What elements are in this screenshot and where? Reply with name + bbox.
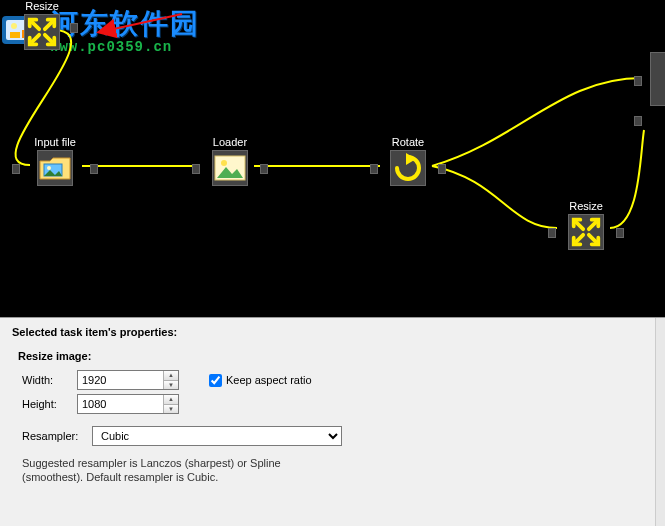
node-port[interactable] (616, 228, 624, 238)
node-rotate[interactable]: Rotate (378, 134, 438, 186)
height-down-icon[interactable]: ▼ (164, 405, 178, 414)
width-input[interactable] (78, 371, 163, 389)
svg-line-6 (33, 23, 40, 30)
node-label: Resize (14, 0, 70, 14)
node-input-file[interactable]: Input file (20, 134, 90, 186)
height-up-icon[interactable]: ▲ (164, 395, 178, 405)
width-label: Width: (22, 374, 77, 386)
rotate-icon (390, 150, 426, 186)
node-cropped[interactable] (642, 52, 665, 106)
scrollbar[interactable] (655, 318, 665, 526)
node-icon (650, 52, 665, 106)
node-port[interactable] (370, 164, 378, 174)
node-canvas[interactable]: 河东软件园 www.pc0359.cn Resize Input file (0, 0, 665, 318)
width-stepper[interactable]: ▲ ▼ (77, 370, 179, 390)
resize-icon (24, 14, 60, 50)
height-stepper[interactable]: ▲ ▼ (77, 394, 179, 414)
svg-point-11 (47, 166, 51, 170)
height-input[interactable] (78, 395, 163, 413)
node-label: Input file (20, 134, 90, 150)
node-port[interactable] (634, 116, 642, 126)
panel-header: Selected task item's properties: (0, 318, 665, 342)
node-port[interactable] (12, 164, 20, 174)
node-port[interactable] (260, 164, 268, 174)
node-port[interactable] (90, 164, 98, 174)
svg-line-18 (589, 235, 596, 242)
resampler-hint: Suggested resampler is Lanczos (sharpest… (22, 456, 332, 485)
svg-line-15 (577, 223, 584, 230)
group-title: Resize image: (18, 350, 643, 362)
resize-icon (568, 214, 604, 250)
node-port[interactable] (634, 76, 642, 86)
properties-panel: Selected task item's properties: Resize … (0, 318, 665, 526)
aspect-checkbox[interactable]: Keep aspect ratio (209, 374, 312, 387)
svg-point-13 (221, 160, 227, 166)
folder-picture-icon (37, 150, 73, 186)
watermark-url: www.pc0359.cn (50, 39, 200, 55)
svg-marker-14 (406, 153, 416, 165)
svg-line-7 (45, 23, 52, 30)
svg-line-16 (589, 223, 596, 230)
node-label: Loader (200, 134, 260, 150)
width-down-icon[interactable]: ▼ (164, 381, 178, 390)
node-port[interactable] (438, 164, 446, 174)
node-label: Rotate (378, 134, 438, 150)
resampler-label: Resampler: (22, 430, 92, 442)
picture-icon (212, 150, 248, 186)
node-loader[interactable]: Loader (200, 134, 260, 186)
aspect-checkbox-input[interactable] (209, 374, 222, 387)
node-resize[interactable]: Resize (556, 198, 616, 250)
node-label: Resize (556, 198, 616, 214)
width-up-icon[interactable]: ▲ (164, 371, 178, 381)
node-port[interactable] (70, 23, 78, 33)
svg-line-9 (45, 35, 52, 42)
aspect-label: Keep aspect ratio (226, 374, 312, 386)
resize-group: Resize image: Width: ▲ ▼ Keep aspect rat… (12, 344, 653, 495)
resampler-select[interactable]: Cubic (92, 426, 342, 446)
height-label: Height: (22, 398, 77, 410)
svg-line-8 (33, 35, 40, 42)
node-wires (0, 0, 665, 318)
node-port[interactable] (192, 164, 200, 174)
node-port[interactable] (548, 228, 556, 238)
node-resize-top[interactable]: Resize (14, 0, 70, 50)
svg-line-17 (577, 235, 584, 242)
